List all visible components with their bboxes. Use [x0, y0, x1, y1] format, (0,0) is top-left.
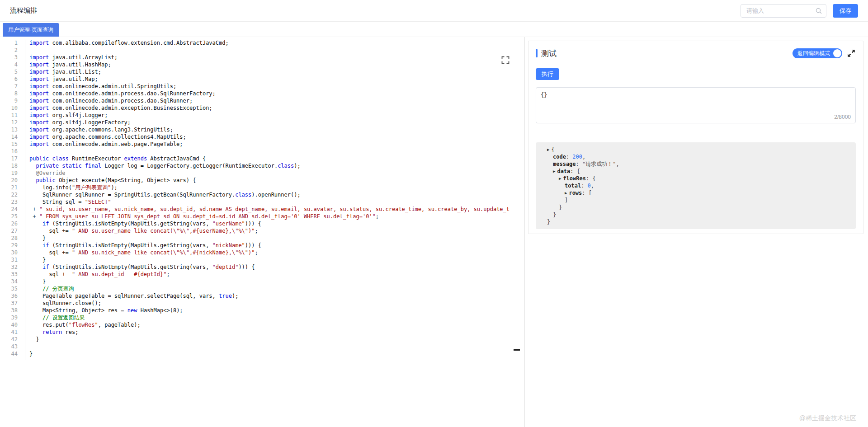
line-number: 13 — [0, 126, 18, 133]
line-number: 5 — [0, 68, 18, 75]
line-number: 29 — [0, 242, 18, 249]
search-box — [741, 4, 826, 18]
line-number: 43 — [0, 343, 18, 350]
expand-arrow-icon[interactable]: ▶ — [565, 189, 567, 197]
line-number: 19 — [0, 169, 18, 177]
json-line: ] — [541, 197, 850, 204]
back-to-edit-toggle[interactable]: 返回编辑模式 — [793, 48, 842, 58]
code-line: sql += " AND su.user_name like concat(\"… — [29, 227, 524, 235]
line-number: 39 — [0, 314, 18, 321]
test-input[interactable]: {} — [536, 87, 856, 123]
test-panel: 测试 返回编辑模式 — [528, 41, 863, 234]
line-number: 2 — [0, 47, 18, 54]
code-line: + " su.id, su.user_name, su.nick_name, s… — [29, 206, 524, 213]
code-line: // 设置返回结果 — [29, 314, 524, 321]
line-number: 34 — [0, 278, 18, 285]
code-line: } — [29, 256, 524, 263]
test-pane: 测试 返回编辑模式 — [525, 37, 868, 427]
tab-bar: 用户管理-页面查询 — [0, 22, 868, 37]
code-line: import com.onlinecode.admin.web.page.Pag… — [29, 141, 524, 148]
line-number: 14 — [0, 133, 18, 141]
save-button[interactable]: 保存 — [833, 4, 858, 18]
line-number: 24 — [0, 206, 18, 213]
code-line: } — [29, 350, 524, 357]
line-number: 6 — [0, 75, 18, 83]
line-number: 1 — [0, 39, 18, 47]
run-button[interactable]: 执行 — [536, 68, 559, 80]
line-number: 40 — [0, 321, 18, 328]
expand-arrow-icon[interactable]: ▶ — [553, 168, 555, 175]
code-line: import java.util.List; — [29, 68, 524, 75]
watermark: @稀土掘金技术社区 — [799, 414, 856, 422]
code-line: import java.util.HashMap; — [29, 61, 524, 68]
line-number: 11 — [0, 112, 18, 119]
topbar-actions: 保存 — [741, 4, 858, 18]
code-line: res.put("flowRes", pageTable); — [29, 321, 524, 328]
line-number: 42 — [0, 336, 18, 343]
line-number: 21 — [0, 184, 18, 191]
code-line: } — [29, 235, 524, 242]
code-line: import org.apache.commons.collections4.M… — [29, 133, 524, 141]
json-line: ▶flowRes: { — [541, 175, 850, 182]
line-number: 36 — [0, 292, 18, 300]
search-input[interactable] — [741, 4, 826, 18]
code-line: public class RuntimeExecutor extends Abs… — [29, 155, 524, 162]
json-line: code: 200, — [541, 153, 850, 160]
line-number: 16 — [0, 148, 18, 155]
json-line: message: "请求成功！", — [541, 160, 850, 168]
code-line: sqlRunner.close(); — [29, 300, 524, 307]
json-line: ▶{ — [541, 146, 850, 153]
code-editor[interactable]: 1234567891011121314151617181920212223242… — [0, 37, 525, 427]
json-line: ▶rows: [ — [541, 189, 850, 197]
code-line: String sql = "SELECT" — [29, 198, 524, 206]
line-number: 4 — [0, 61, 18, 68]
line-number: 9 — [0, 97, 18, 104]
code-line: import org.slf4j.LoggerFactory; — [29, 119, 524, 126]
line-number: 8 — [0, 90, 18, 97]
line-number: 17 — [0, 155, 18, 162]
line-number: 26 — [0, 220, 18, 227]
line-number: 25 — [0, 213, 18, 220]
editor-fullscreen-icon[interactable] — [501, 56, 510, 65]
test-panel-title: 测试 — [536, 48, 557, 59]
code-line: import org.apache.commons.lang3.StringUt… — [29, 126, 524, 133]
main-split: 1234567891011121314151617181920212223242… — [0, 37, 868, 427]
line-number: 27 — [0, 227, 18, 235]
line-number: 12 — [0, 119, 18, 126]
code-line: if (StringUtils.isNotEmpty(MapUtils.getS… — [29, 220, 524, 227]
code-line: import com.onlinecode.admin.util.SpringU… — [29, 83, 524, 90]
json-line: } — [541, 204, 850, 211]
code-line: SqlRunner sqlRunner = SpringUtils.getBea… — [29, 191, 524, 198]
page-title: 流程编排 — [10, 6, 37, 15]
horizontal-scrollbar[interactable] — [25, 350, 520, 350]
line-number: 32 — [0, 263, 18, 271]
code-line: import org.slf4j.Logger; — [29, 112, 524, 119]
editor-code[interactable]: import com.alibaba.compileflow.extension… — [25, 39, 524, 357]
line-number: 3 — [0, 54, 18, 61]
line-number: 20 — [0, 177, 18, 184]
editor-gutter: 1234567891011121314151617181920212223242… — [0, 39, 25, 360]
tab-user-page-query[interactable]: 用户管理-页面查询 — [3, 23, 59, 37]
test-panel-title-text: 测试 — [541, 48, 557, 59]
code-line: import java.util.Map; — [29, 75, 524, 83]
scrollbar-thumb[interactable] — [514, 349, 520, 351]
expand-arrows-icon[interactable] — [847, 49, 856, 58]
line-number: 22 — [0, 191, 18, 198]
expand-arrow-icon[interactable]: ▶ — [547, 146, 549, 153]
app-root: 流程编排 保存 用户管理-页面查询 1234567891011121314151… — [0, 0, 868, 427]
search-icon[interactable] — [815, 7, 822, 14]
code-line: @Override — [29, 169, 524, 177]
code-line: public Object execute(Map<String, Object… — [29, 177, 524, 184]
code-line — [29, 343, 524, 350]
line-number: 37 — [0, 300, 18, 307]
code-line: + " FROM sys_user su LEFT JOIN sys_dept … — [29, 213, 524, 220]
test-panel-actions: 返回编辑模式 — [793, 48, 856, 58]
result-tree: ▶{code: 200,message: "请求成功！",▶data: {▶fl… — [541, 146, 850, 225]
code-line: import com.onlinecode.admin.exception.Bu… — [29, 104, 524, 112]
test-input-wrap: {} 2/8000 — [536, 87, 856, 123]
expand-arrow-icon[interactable]: ▶ — [559, 175, 561, 182]
top-header: 流程编排 保存 — [0, 0, 868, 22]
test-panel-header: 测试 返回编辑模式 — [536, 47, 856, 59]
json-line: ▶data: { — [541, 168, 850, 175]
code-line: log.info("用户列表查询"); — [29, 184, 524, 191]
